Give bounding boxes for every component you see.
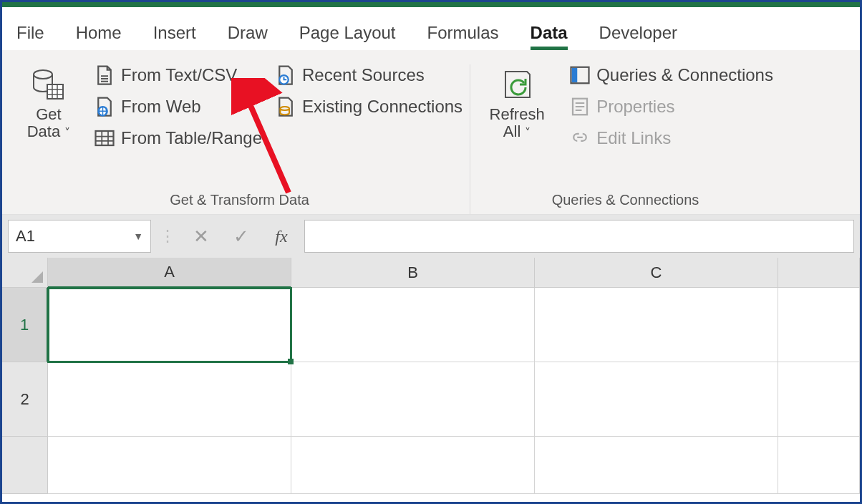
separator: ⋮ (157, 227, 178, 246)
formula-input[interactable] (304, 220, 854, 253)
group-label-queries-conn: Queries & Connections (552, 192, 699, 208)
ribbon-group-queries-connections: Refresh All ˅ Queries & Connections Prop… (470, 64, 780, 214)
from-text-csv-button[interactable]: From Text/CSV (94, 64, 262, 86)
database-icon (29, 64, 69, 105)
chevron-down-icon[interactable]: ▼ (133, 231, 143, 242)
name-box-value: A1 (16, 227, 35, 246)
file-text-icon (94, 64, 115, 86)
side-panel-icon (569, 64, 591, 86)
database-small-icon (275, 96, 296, 117)
column-header-b[interactable]: B (291, 258, 535, 288)
svg-rect-7 (96, 131, 114, 145)
properties-button: Properties (569, 96, 773, 117)
column-headers: A B C (2, 258, 860, 288)
svg-point-9 (281, 107, 290, 110)
enter-formula-button[interactable]: ✓ (224, 220, 258, 253)
tab-data[interactable]: Data (531, 23, 568, 50)
tab-insert[interactable]: Insert (153, 23, 196, 50)
queries-connections-button[interactable]: Queries & Connections (569, 64, 773, 86)
row-2: 2 (2, 362, 860, 437)
svg-rect-1 (47, 84, 63, 99)
cell-a2[interactable] (48, 362, 291, 437)
group-label-get-transform: Get & Transform Data (170, 192, 309, 208)
get-data-button[interactable]: Get Data ˅ (16, 64, 81, 140)
from-table-range-button[interactable]: From Table/Range (94, 127, 262, 149)
ribbon-group-get-transform: Get Data ˅ From Text/CSV From Web (9, 64, 470, 214)
cancel-formula-button[interactable]: ✕ (184, 220, 218, 253)
tab-formulas[interactable]: Formulas (427, 23, 499, 50)
table-icon (94, 127, 115, 149)
from-web-label: From Web (121, 97, 201, 117)
row-header-3[interactable] (2, 437, 48, 494)
cell-c2[interactable] (535, 362, 778, 437)
recent-sources-button[interactable]: Recent Sources (275, 64, 463, 86)
svg-point-0 (34, 70, 52, 79)
from-text-csv-label: From Text/CSV (121, 65, 237, 85)
cell-c1[interactable] (535, 288, 778, 362)
column-header-next[interactable] (778, 258, 860, 288)
from-web-button[interactable]: From Web (94, 96, 262, 117)
formula-bar: A1 ▼ ⋮ ✕ ✓ fx (2, 215, 860, 258)
file-clock-icon (275, 64, 296, 86)
tab-draw[interactable]: Draw (228, 23, 268, 50)
tab-file[interactable]: File (16, 23, 44, 50)
tab-developer[interactable]: Developer (599, 23, 677, 50)
ribbon-tabs: File Home Insert Draw Page Layout Formul… (2, 7, 860, 50)
refresh-all-button[interactable]: Refresh All ˅ (478, 64, 556, 140)
cell-d1[interactable] (778, 288, 860, 362)
row-1: 1 (2, 288, 860, 362)
existing-connections-label: Existing Connections (302, 97, 463, 117)
name-box[interactable]: A1 ▼ (8, 220, 151, 253)
cell-a1[interactable] (48, 288, 291, 362)
svg-rect-11 (572, 68, 578, 82)
cell-a3[interactable] (48, 437, 291, 494)
cell-b2[interactable] (291, 362, 535, 437)
row-3-partial (2, 437, 860, 494)
check-icon: ✓ (233, 226, 249, 248)
properties-icon (569, 96, 591, 117)
ribbon: Get Data ˅ From Text/CSV From Web (2, 50, 860, 215)
cell-d2[interactable] (778, 362, 860, 437)
recent-sources-label: Recent Sources (302, 65, 425, 85)
select-all-corner[interactable] (2, 258, 48, 288)
tab-home[interactable]: Home (76, 23, 122, 50)
globe-file-icon (94, 96, 115, 117)
chevron-down-icon: ˅ (64, 127, 70, 139)
from-table-range-label: From Table/Range (121, 128, 262, 148)
link-icon (569, 127, 591, 149)
worksheet-grid: A B C 1 2 (2, 258, 860, 494)
get-data-label: Get Data ˅ (27, 106, 71, 140)
refresh-icon (497, 64, 537, 105)
insert-function-button[interactable]: fx (264, 227, 299, 246)
row-header-1[interactable]: 1 (2, 288, 48, 362)
edit-links-label: Edit Links (596, 128, 671, 148)
row-header-2[interactable]: 2 (2, 362, 48, 437)
tab-page-layout[interactable]: Page Layout (299, 23, 396, 50)
column-header-a[interactable]: A (48, 258, 291, 288)
edit-links-button: Edit Links (569, 127, 773, 149)
title-bar (2, 2, 860, 7)
cell-b1[interactable] (291, 288, 535, 362)
column-header-c[interactable]: C (535, 258, 778, 288)
close-icon: ✕ (193, 226, 209, 248)
cell-d3[interactable] (778, 437, 860, 494)
existing-connections-button[interactable]: Existing Connections (275, 96, 463, 117)
refresh-all-label: Refresh All ˅ (490, 106, 545, 140)
queries-connections-label: Queries & Connections (596, 65, 773, 85)
cell-b3[interactable] (291, 437, 535, 494)
chevron-down-icon: ˅ (525, 127, 531, 139)
properties-label: Properties (596, 97, 674, 117)
cell-c3[interactable] (535, 437, 778, 494)
